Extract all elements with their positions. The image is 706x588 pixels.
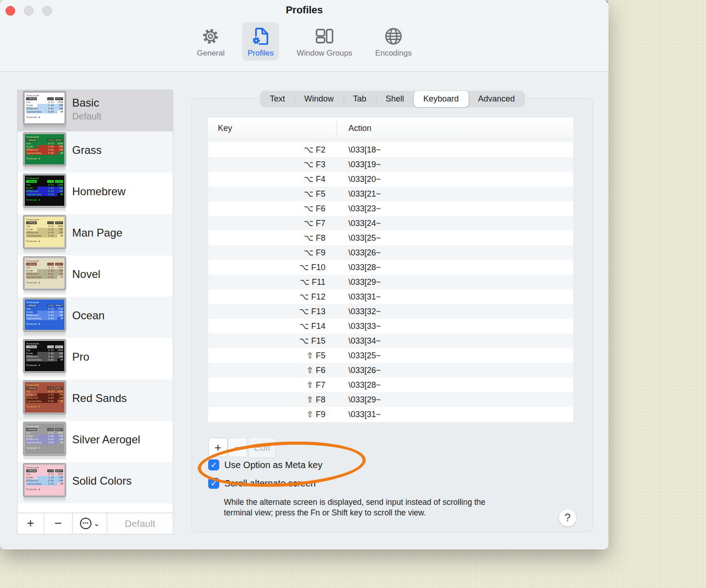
table-row[interactable]: ⇧ F9\033[31~ [208,407,573,422]
action-cell: \033[18~ [336,145,381,155]
profile-list-item[interactable]: Terminal#COMMAND%CPURPRVTtop4.1%231KXcod… [17,297,173,338]
key-cell: ⌥ F8 [208,233,336,243]
tab-keyboard[interactable]: Keyboard [414,91,468,107]
profile-list-item[interactable]: Terminal#COMMAND%CPURPRVTtop4.1%231KXcod… [17,255,173,297]
column-header-key: Key [208,124,232,133]
action-cell: \033[25~ [336,351,381,361]
table-row[interactable]: ⌥ F11\033[29~ [208,275,573,289]
toolbar-item-encodings[interactable]: Encodings [370,22,417,61]
table-row[interactable]: ⌥ F3\033[19~ [208,157,573,172]
table-row[interactable]: ⌥ F12\033[31~ [208,289,573,304]
titlebar: Profiles General [0,0,609,72]
key-cell: ⌥ F4 [208,174,336,184]
profile-thumbnail: Terminal#COMMAND%CPURPRVTtop4.1%231KXcod… [23,298,66,337]
globe-icon [383,26,404,47]
table-row[interactable]: ⌥ F2\033[18~ [208,142,573,157]
ellipsis-circle-icon: ••• [80,518,91,529]
action-cell: \033[32~ [336,307,381,317]
action-cell: \033[26~ [336,366,381,375]
action-cell: \033[23~ [336,204,381,214]
profile-list-item[interactable]: Terminal#COMMAND%CPURPRVTtop4.1%231KXcod… [17,421,173,462]
profile-list-item[interactable]: Terminal#COMMAND%CPURPRVTtop4.1%231KXcod… [17,379,173,421]
profile-list-item[interactable]: Terminal#COMMAND%CPURPRVTtop4.1%231KXcod… [17,338,173,379]
table-row[interactable]: ⌥ F14\033[33~ [208,319,573,334]
scroll-alternate-screen-checkbox-row: ✓ Scroll alternate screen [208,478,316,489]
add-keymap-button[interactable]: + [208,438,228,457]
column-header-action: Action [348,124,371,133]
remove-profile-button[interactable]: − [44,513,73,534]
gear-icon [200,26,221,47]
action-cell: \033[29~ [336,395,381,405]
profile-menu-button[interactable]: ••• ⌄ [73,513,107,534]
edit-keymap-button[interactable]: Edit [248,437,276,458]
key-cell: ⇧ F7 [208,380,336,390]
table-row[interactable]: ⇧ F7\033[28~ [208,378,573,392]
help-text-line: While the alternate screen is displayed,… [224,497,485,508]
profile-name: Grass [72,144,102,157]
thumbnail-reflection [23,290,66,295]
thumbnail-reflection [23,332,66,337]
profile-thumbnail: Terminal#COMMAND%CPURPRVTtop4.1%231KXcod… [23,215,66,254]
table-row[interactable]: ⌥ F5\033[21~ [208,187,573,201]
chevron-down-icon: ⌄ [94,520,100,528]
default-button[interactable]: Default [107,513,173,534]
thumbnail-reflection [23,125,66,130]
toolbar-label: General [197,49,224,58]
profile-list-item[interactable]: Terminal#COMMAND%CPURPRVTtop4.1%231KXcod… [17,90,173,131]
profile-list-item[interactable]: Terminal#COMMAND%CPURPRVTtop4.1%231KXcod… [17,131,173,173]
key-cell: ⌥ F15 [208,336,336,346]
toolbar-label: Profiles [248,49,274,58]
table-row[interactable]: ⌥ F8\033[25~ [208,231,573,245]
key-cell: ⌥ F5 [208,189,336,199]
key-cell: ⌥ F2 [208,145,336,155]
table-row[interactable]: ⌥ F10\033[28~ [208,260,573,275]
tab-window[interactable]: Window [295,91,343,107]
profile-list-item[interactable]: Terminal#COMMAND%CPURPRVTtop4.1%231KXcod… [17,173,173,214]
key-cell: ⌥ F10 [208,262,336,272]
table-body: ⌥ F2\033[18~⌥ F3\033[19~⌥ F4\033[20~⌥ F5… [208,140,573,422]
action-cell: \033[20~ [336,175,381,184]
tab-shell[interactable]: Shell [376,91,414,107]
table-row[interactable]: ⇧ F8\033[29~ [208,392,573,407]
profile-sidebar: Terminal#COMMAND%CPURPRVTtop4.1%231KXcod… [17,90,173,534]
settings-tab-bar: TextWindowTabShellKeyboardAdvanced [260,91,524,107]
tab-advanced[interactable]: Advanced [468,91,524,107]
tab-text[interactable]: Text [260,91,295,107]
table-row[interactable]: ⌥ F15\033[34~ [208,334,573,348]
help-text-line: terminal view; press the Fn or Shift key… [224,508,485,518]
use-option-as-meta-checkbox[interactable]: ✓ [208,459,219,470]
toolbar-item-profiles[interactable]: Profiles [242,22,279,61]
action-cell: \033[31~ [336,292,381,302]
preferences-toolbar: General Profiles [0,22,609,68]
profile-name: Red Sands [72,392,127,405]
use-option-as-meta-checkbox-row: ✓ Use Option as Meta key [208,459,322,470]
action-cell: \033[33~ [336,322,381,331]
action-cell: \033[28~ [336,263,381,272]
add-profile-button[interactable]: + [17,513,44,534]
profile-thumbnail: Terminal#COMMAND%CPURPRVTtop4.1%231KXcod… [23,464,66,502]
help-button[interactable]: ? [559,509,576,526]
action-cell: \033[25~ [336,233,381,243]
key-cell: ⌥ F12 [208,292,336,302]
thumbnail-reflection [23,497,66,502]
profile-list-item[interactable]: Terminal#COMMAND%CPURPRVTtop4.1%231KXcod… [17,462,173,503]
tab-tab[interactable]: Tab [343,91,376,107]
remove-keymap-button[interactable]: − [228,438,247,457]
thumbnail-reflection [23,208,66,213]
toolbar-item-general[interactable]: General [191,22,230,61]
scroll-alternate-screen-checkbox[interactable]: ✓ [208,478,219,489]
window-title: Profiles [0,4,609,16]
profile-name: Solid Colors [72,475,131,487]
table-row[interactable]: ⌥ F7\033[24~ [208,216,573,231]
table-header: Key Action [208,118,573,140]
table-row[interactable]: ⇧ F5\033[25~ [208,348,573,363]
table-row[interactable]: ⌥ F4\033[20~ [208,172,573,187]
table-row[interactable]: ⌥ F13\033[32~ [208,304,573,319]
key-cell: ⌥ F3 [208,159,336,170]
table-row[interactable]: ⌥ F6\033[23~ [208,201,573,216]
table-row[interactable]: ⇧ F6\033[26~ [208,363,573,378]
profile-list-item[interactable]: Terminal#COMMAND%CPURPRVTtop4.1%231KXcod… [17,214,173,255]
table-row[interactable]: ⌥ F9\033[26~ [208,245,573,260]
toolbar-item-window-groups[interactable]: Window Groups [291,22,358,61]
action-cell: \033[21~ [336,189,381,199]
